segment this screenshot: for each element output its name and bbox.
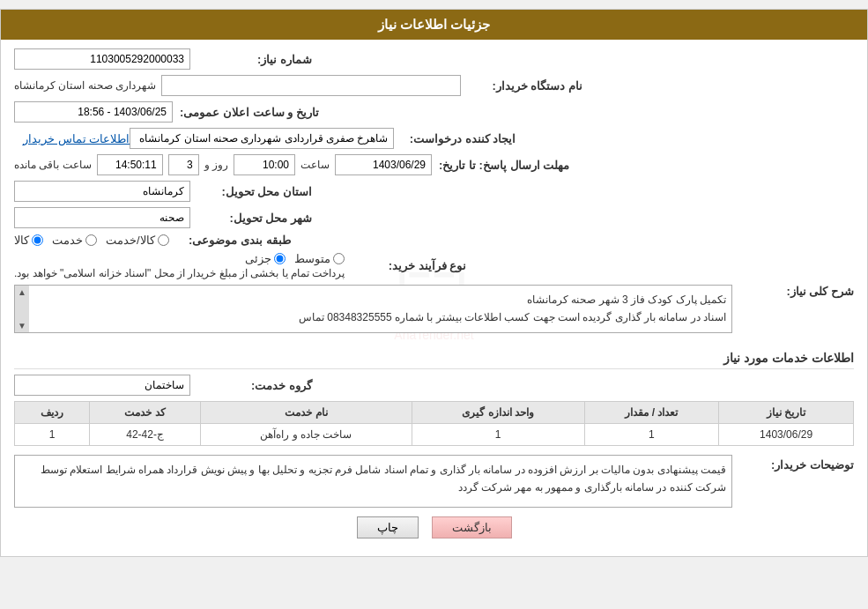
purchase-type-desc: پرداخت تمام یا بخشی از مبلغ خریدار از مح…: [14, 267, 345, 279]
table-cell-service-code: ج-42-42: [90, 424, 201, 446]
table-cell-service-name: ساخت جاده و راه‌آهن: [200, 424, 412, 446]
creator-label: ایجاد کننده درخواست:: [401, 132, 516, 145]
scroll-up-icon[interactable]: ▲: [16, 286, 28, 299]
deadline-date-input: [335, 154, 432, 175]
table-cell-quantity: 1: [584, 424, 719, 446]
services-table: تاریخ نیاز تعداد / مقدار واحد اندازه گیر…: [14, 401, 854, 446]
table-header-row-num: ردیف: [15, 402, 90, 424]
deadline-time-input: [234, 154, 295, 175]
deadline-label: مهلت ارسال پاسخ: تا تاریخ:: [439, 159, 569, 172]
buyer-desc-text: قیمت پیشنهادی بدون مالیات بر ارزش افزوده…: [14, 455, 732, 508]
category-radio-kala-khedmat[interactable]: [158, 234, 169, 246]
remaining-suffix: ساعت باقی مانده: [14, 159, 92, 171]
delivery-province-input: [14, 181, 190, 202]
description-label: شرح کلی نیاز:: [739, 285, 854, 298]
buyer-desc-label: توضیحات خریدار:: [739, 458, 854, 472]
org-name-label: نام دستگاه خریدار:: [468, 79, 582, 93]
page-title: جزئیات اطلاعات نیاز: [1, 10, 867, 40]
remaining-days-input: [168, 154, 199, 175]
org-name-input: [161, 75, 461, 96]
service-group-label: گروه خدمت:: [197, 379, 312, 392]
table-cell-row-num: 1: [15, 424, 90, 446]
table-row: 1403/06/29 1 1 ساخت جاده و راه‌آهن ج-42-…: [15, 424, 854, 446]
description-text: تکمیل پارک کودک فاز 3 شهر صحنه کرمانشاه …: [48, 291, 726, 327]
table-header-service-name: نام خدمت: [200, 402, 412, 424]
table-cell-unit: 1: [412, 424, 584, 446]
announce-datetime-input: [14, 101, 173, 123]
category-label: طبقه بندی موضوعی:: [176, 234, 291, 247]
table-header-date: تاریخ نیاز: [719, 402, 854, 424]
remaining-days-label: روز و: [204, 159, 228, 171]
purchase-type-label: نوع فرآیند خرید:: [352, 259, 466, 272]
scroll-down-icon[interactable]: ▼: [16, 319, 28, 332]
services-section-title: اطلاعات خدمات مورد نیاز: [14, 351, 854, 369]
tender-number-input[interactable]: [14, 48, 190, 70]
remaining-time-input: [97, 154, 163, 175]
delivery-city-label: شهر محل تحویل:: [197, 212, 312, 225]
category-radio-khedmat[interactable]: [85, 234, 97, 246]
purchase-type-radio-medium[interactable]: [333, 253, 345, 264]
purchase-type-small-label: جزئی: [245, 252, 271, 265]
creator-input: [130, 128, 394, 149]
table-header-unit: واحد اندازه گیری: [412, 402, 584, 424]
contact-link[interactable]: اطلاعات تماس خریدار: [23, 132, 130, 145]
delivery-province-label: استان محل تحویل:: [197, 185, 312, 198]
purchase-type-medium-label: متوسط: [294, 252, 330, 265]
category-radio-kala[interactable]: [32, 234, 43, 246]
table-header-quantity: تعداد / مقدار: [584, 402, 719, 424]
buttons-row: بازگشت چاپ: [14, 516, 854, 538]
table-header-service-code: کد خدمت: [90, 402, 201, 424]
scroll-bar[interactable]: ▲ ▼: [15, 286, 29, 332]
service-group-input: [14, 375, 190, 396]
purchase-type-radio-small[interactable]: [274, 253, 286, 264]
delivery-city-input: [14, 207, 190, 228]
category-kala-khedmat-label: کالا/خدمت: [106, 234, 155, 247]
print-button[interactable]: چاپ: [357, 516, 419, 538]
back-button[interactable]: بازگشت: [432, 516, 512, 538]
announce-datetime-label: تاریخ و ساعت اعلان عمومی:: [180, 106, 319, 119]
category-kala-label: کالا: [14, 234, 29, 247]
table-cell-date: 1403/06/29: [719, 424, 854, 446]
tender-number-label: شماره نیاز:: [197, 53, 312, 66]
category-khedmat-label: خدمت: [52, 234, 83, 247]
purchase-type-radio-group: متوسط جزئی: [245, 252, 345, 265]
deadline-time-label: ساعت: [300, 159, 330, 171]
org-name-value: شهرداری صحنه استان کرمانشاه: [14, 79, 156, 92]
category-radio-group: کالا/خدمت خدمت کالا: [14, 234, 169, 247]
